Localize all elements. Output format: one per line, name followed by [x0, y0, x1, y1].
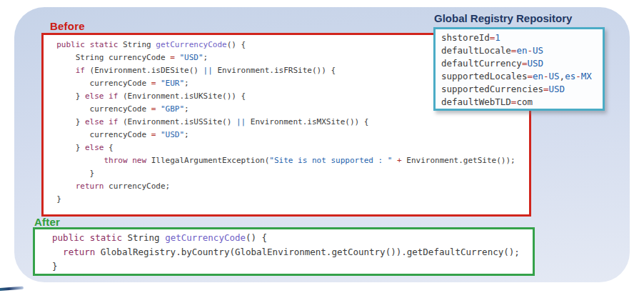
code-token: IllegalArgumentException( — [146, 156, 269, 165]
after-code: public static String getCurrencyCode() {… — [41, 231, 533, 274]
code-token: com — [516, 96, 533, 107]
code-token: ; — [184, 104, 189, 114]
code-token: "USD" — [179, 53, 203, 62]
code-line: supportedCurrencies=USD — [441, 83, 603, 96]
code-line: } — [41, 259, 533, 274]
bottom-left-accent-shape — [0, 287, 24, 292]
code-token: if — [109, 117, 118, 126]
code-line: supportedLocales=en-US,es-MX — [441, 70, 603, 83]
code-token: defaultLocale — [441, 45, 511, 56]
code-line: return GlobalRegistry.byCountry(GlobalEn… — [41, 245, 533, 259]
code-token: (Environment.isUKSite()) { — [118, 91, 246, 101]
code-token: if — [76, 66, 85, 75]
code-token: static — [90, 40, 119, 49]
code-token: defaultCurrency — [441, 58, 522, 69]
code-token: supportedCurrencies — [441, 84, 543, 94]
code-token: throw — [104, 156, 127, 165]
code-token: || — [236, 117, 246, 126]
code-token: Environment.getSite()); — [402, 156, 515, 165]
code-token: MX — [581, 71, 592, 81]
code-token: String currencyCode — [47, 53, 170, 62]
code-token: public — [56, 40, 85, 49]
code-token: } — [47, 91, 85, 101]
code-token: ; — [184, 130, 189, 139]
code-token: else — [85, 117, 104, 126]
code-token: = — [170, 53, 175, 62]
code-token — [84, 232, 90, 243]
code-token: static — [90, 232, 122, 243]
code-token: supportedLocales — [441, 71, 527, 81]
code-token — [85, 40, 90, 49]
code-token: = — [527, 71, 533, 81]
code-token: US — [549, 71, 560, 81]
code-token — [41, 247, 63, 257]
code-token: } — [47, 143, 85, 152]
code-token: = — [543, 84, 549, 94]
code-token: US — [533, 45, 543, 56]
code-token: } — [47, 117, 85, 126]
code-token — [47, 40, 56, 49]
code-token: - — [527, 45, 533, 56]
code-token: "GBP" — [161, 104, 184, 114]
slide-panel: Before public static String getCurrencyC… — [14, 7, 630, 282]
code-token: return — [63, 247, 95, 257]
code-token — [47, 182, 76, 191]
code-line: defaultLocale=en-US — [441, 44, 603, 57]
code-token — [47, 156, 104, 165]
code-token: (Environment.isUSSite() — [118, 117, 236, 126]
code-line: public static String getCurrencyCode() { — [41, 231, 533, 245]
code-token — [47, 66, 76, 75]
code-token: new — [132, 156, 146, 165]
code-token: "EUR" — [161, 79, 184, 88]
code-token: getCurrencyCode — [156, 40, 226, 49]
code-line: return currencyCode; — [47, 180, 529, 193]
code-token: } — [47, 169, 94, 178]
code-token: shstoreId — [441, 32, 490, 43]
code-token: defaultWebTLD — [441, 96, 511, 107]
code-line: defaultWebTLD=com — [441, 96, 603, 109]
before-label: Before — [50, 20, 85, 32]
code-token: currencyCode — [47, 104, 151, 114]
code-line: } — [47, 193, 529, 206]
code-token: else — [85, 143, 104, 152]
code-line: currencyCode = "USD"; — [47, 129, 529, 141]
slide-canvas: Before public static String getCurrencyC… — [0, 0, 644, 293]
code-token: , — [560, 71, 565, 81]
code-token — [156, 104, 161, 114]
code-token: 1 — [495, 32, 500, 43]
code-token: if — [109, 91, 118, 101]
code-line: } else { — [47, 141, 529, 154]
code-token: ; — [184, 79, 189, 88]
code-token: (Environment.isDESite() — [85, 66, 203, 75]
code-token: ; — [203, 53, 208, 62]
code-token: - — [543, 71, 549, 81]
registry-title: Global Registry Repository — [434, 12, 572, 24]
code-token: currencyCode; — [104, 182, 171, 191]
code-token: - — [575, 71, 581, 81]
code-line: shstoreId=1 — [441, 31, 603, 44]
code-line: } — [47, 167, 529, 180]
code-token: es — [565, 71, 575, 81]
after-code-box: public static String getCurrencyCode() {… — [33, 227, 535, 276]
code-token: en — [516, 45, 527, 56]
code-token: Environment.isFRSite()) { — [213, 66, 336, 75]
code-token: () { — [246, 232, 267, 243]
code-token: else — [85, 91, 104, 101]
code-token: currencyCode — [47, 79, 151, 88]
code-token: { — [104, 143, 113, 152]
code-token: () { — [227, 40, 246, 49]
after-label: After — [34, 216, 60, 228]
code-token: String — [118, 40, 156, 49]
code-token: USD — [527, 58, 543, 69]
code-token: public — [52, 232, 84, 243]
code-token: getCurrencyCode — [165, 232, 246, 243]
code-token: currencyCode — [47, 130, 151, 139]
code-line: throw new IllegalArgumentException("Site… — [47, 154, 529, 167]
code-token — [41, 232, 52, 243]
code-line: } else if (Environment.isUSSite() || Env… — [47, 116, 529, 129]
code-token: + — [397, 156, 402, 165]
code-token: return — [76, 182, 104, 191]
code-token: "Site is not supported : " — [269, 156, 392, 165]
code-line: defaultCurrency=USD — [441, 57, 603, 70]
registry-entries: shstoreId=1defaultLocale=en-USdefaultCur… — [441, 31, 603, 109]
